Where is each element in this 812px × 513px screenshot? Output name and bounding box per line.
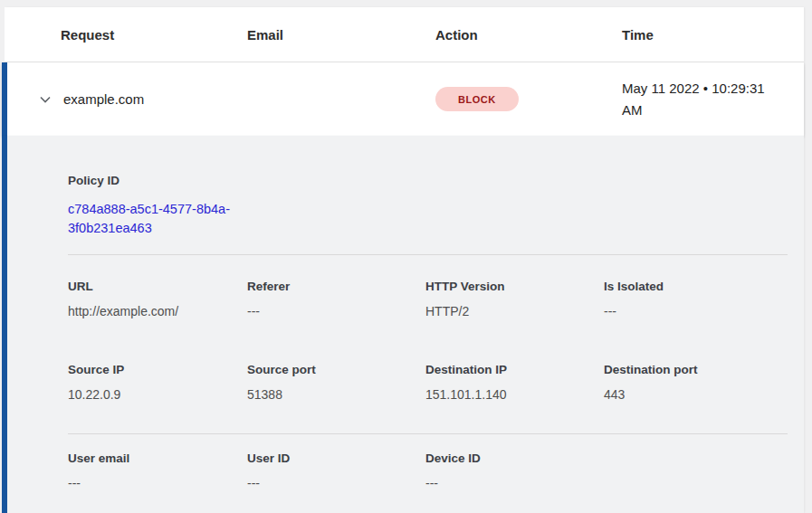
field-value: 10.22.0.9 — [68, 387, 247, 402]
column-header-request: Request — [61, 27, 247, 43]
log-table-row[interactable]: example.com BLOCK May 11 2022 • 10:29:31… — [2, 62, 804, 136]
field-destination-ip: Destination IP 151.101.1.140 — [425, 363, 604, 402]
field-label: Is Isolated — [604, 280, 788, 293]
field-http-version: HTTP Version HTTP/2 — [425, 280, 604, 318]
field-url: URL http://example.com/ — [68, 280, 247, 318]
row-action-cell: BLOCK — [435, 87, 622, 111]
field-referer: Referer --- — [247, 280, 425, 318]
field-device-id: Device ID --- — [425, 451, 604, 490]
field-value: 443 — [604, 387, 788, 402]
field-label: Source IP — [68, 363, 247, 376]
row-time: May 11 2022 • 10:29:31 AM — [622, 78, 804, 121]
field-value: --- — [247, 476, 425, 490]
field-user-email: User email --- — [68, 451, 247, 490]
row-expand-cell[interactable] — [7, 92, 63, 107]
field-value: --- — [247, 304, 425, 318]
policy-id-label: Policy ID — [68, 174, 788, 187]
column-header-email: Email — [247, 27, 435, 43]
log-table-header: Request Email Action Time — [5, 7, 804, 62]
column-header-action: Action — [435, 27, 622, 43]
policy-id-link[interactable]: c784a888-a5c1-4577-8b4a-3f0b231ea463 — [68, 200, 263, 238]
field-value: 151.101.1.140 — [425, 387, 604, 402]
chevron-down-icon[interactable] — [38, 92, 53, 107]
log-details-panel: Policy ID c784a888-a5c1-4577-8b4a-3f0b23… — [2, 136, 804, 513]
field-label: Device ID — [425, 451, 604, 465]
field-label: Source port — [247, 363, 425, 376]
field-label: User email — [68, 451, 247, 465]
section-divider — [68, 433, 788, 434]
policy-id-section: Policy ID c784a888-a5c1-4577-8b4a-3f0b23… — [68, 174, 788, 238]
field-label: HTTP Version — [425, 280, 604, 293]
field-destination-port: Destination port 443 — [604, 363, 788, 402]
field-user-id: User ID --- — [247, 451, 425, 490]
column-header-time: Time — [622, 27, 804, 43]
block-action-badge: BLOCK — [435, 87, 519, 111]
row-request: example.com — [63, 91, 247, 107]
field-is-isolated: Is Isolated --- — [604, 280, 788, 318]
field-label: Destination IP — [425, 363, 604, 376]
section-divider — [68, 254, 788, 255]
field-value: http://example.com/ — [68, 304, 247, 318]
field-value: --- — [68, 476, 247, 490]
field-value: --- — [604, 304, 788, 318]
field-label: User ID — [247, 451, 425, 465]
field-source-port: Source port 51388 — [247, 363, 425, 402]
field-value: 51388 — [247, 387, 425, 402]
details-grid-main: URL http://example.com/ Referer --- HTTP… — [68, 280, 788, 402]
field-source-ip: Source IP 10.22.0.9 — [68, 363, 247, 402]
field-value: HTTP/2 — [425, 304, 604, 318]
field-label: Referer — [247, 280, 425, 293]
details-grid-user: User email --- User ID --- Device ID --- — [68, 451, 788, 490]
field-value: --- — [425, 476, 604, 490]
field-label: URL — [68, 280, 247, 293]
field-label: Destination port — [604, 363, 788, 376]
